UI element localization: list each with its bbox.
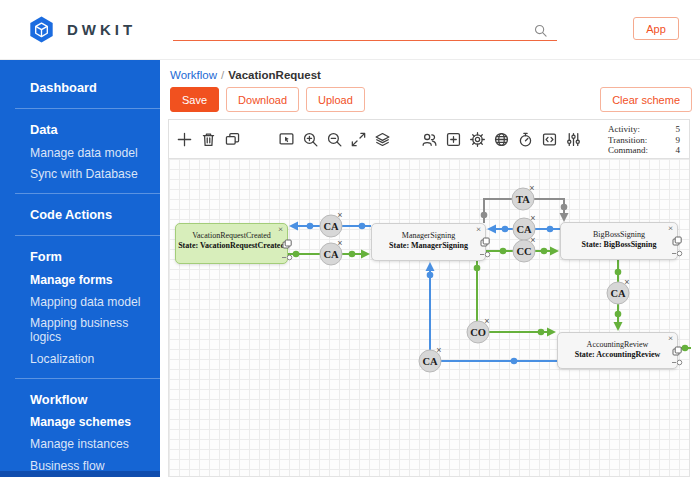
search-bar[interactable] (173, 16, 557, 41)
activity-state: State: VacationRequestCreated (176, 241, 287, 251)
stat-activity-value: 5 (676, 124, 681, 135)
sidebar-item-manage-schemes[interactable]: Manage schemes (0, 412, 160, 434)
sidebar-divider (15, 378, 160, 379)
delete-activity-icon[interactable]: × (278, 224, 283, 234)
transition-node-ca-0[interactable]: CA × (320, 210, 343, 237)
sidebar-item-manage-instances[interactable]: Manage instances (0, 433, 160, 455)
copy-icon[interactable] (220, 124, 244, 154)
search-icon[interactable] (534, 24, 547, 37)
sidebar-item-manage-forms[interactable]: Manage forms (0, 269, 160, 291)
sidebar-section-form[interactable]: Form (0, 244, 160, 269)
fit-screen-icon[interactable] (346, 124, 370, 154)
delete-transition-icon[interactable]: × (529, 183, 534, 193)
sidebar-item-mapping-data-model[interactable]: Mapping data model (0, 291, 160, 313)
stat-transition-label: Transition: (608, 135, 647, 146)
actors-icon[interactable] (417, 124, 441, 154)
activity-bigbosssigning[interactable]: BigBossSigning State: BigBossSigning × (560, 222, 678, 260)
delete-transition-icon[interactable]: × (436, 345, 441, 355)
clone-activity-icon[interactable] (672, 346, 682, 356)
sidebar-item-localization[interactable]: Localization (0, 348, 160, 370)
delete-transition-icon[interactable]: × (530, 235, 535, 245)
delete-transition-icon[interactable]: × (624, 277, 629, 287)
arrowhead (560, 213, 569, 222)
transition-line-ca-7[interactable] (430, 267, 557, 361)
svg-text:CA: CA (323, 221, 339, 232)
layers-icon[interactable] (370, 124, 394, 154)
sidebar-item-sync-with-database[interactable]: Sync with Database (0, 164, 160, 186)
svg-text:CA: CA (516, 224, 532, 235)
add-icon[interactable] (172, 124, 196, 154)
transition-node-co[interactable]: CO × (467, 316, 490, 343)
connection-port-icon[interactable] (480, 251, 491, 258)
delete-activity-icon[interactable]: × (668, 223, 673, 233)
line-dot (307, 223, 314, 230)
activity-title: ManagerSigning (372, 231, 485, 241)
arrowhead (550, 247, 559, 256)
line-dot (547, 226, 554, 233)
sidebar-divider (15, 193, 160, 194)
delete-transition-icon[interactable]: × (484, 316, 489, 326)
delete-activity-icon[interactable]: × (476, 224, 481, 234)
activity-title: BigBossSigning (561, 230, 677, 240)
download-button[interactable]: Download (226, 87, 299, 112)
sidebar-item-manage-data-model[interactable]: Manage data model (0, 142, 160, 164)
select-mode-icon[interactable] (274, 124, 298, 154)
transition-node-ca-1[interactable]: CA × (320, 238, 343, 265)
sidebar: Dashboard Data Manage data model Sync wi… (0, 60, 160, 477)
transition-node-ta[interactable]: TA × (512, 183, 535, 210)
arrowhead (547, 328, 556, 337)
workflow-canvas[interactable]: CA × CA × TA × CA × (168, 159, 690, 477)
activity-managersigning[interactable]: ManagerSigning State: ManagerSigning × (371, 223, 486, 261)
delete-activity-icon[interactable]: × (668, 333, 673, 343)
connection-port-icon[interactable] (672, 250, 683, 257)
delete-transition-icon[interactable]: × (530, 213, 535, 223)
activity-accountingreview[interactable]: AccountingReview State: AccountingReview… (557, 332, 678, 369)
clear-scheme-button[interactable]: Clear scheme (600, 87, 692, 112)
line-dot (541, 248, 548, 255)
sidebar-item-dashboard[interactable]: Dashboard (0, 75, 160, 100)
svg-text:CA: CA (610, 288, 626, 299)
parameters-sliders-icon[interactable] (561, 124, 585, 154)
clone-activity-icon[interactable] (672, 236, 682, 246)
stat-command-label: Command: (608, 145, 648, 156)
clone-activity-icon[interactable] (282, 239, 292, 249)
zoom-out-icon[interactable] (322, 124, 346, 154)
upload-button[interactable]: Upload (306, 87, 365, 112)
sidebar-bottom-strip (0, 471, 160, 477)
connection-port-icon[interactable] (282, 254, 293, 261)
arrowhead (426, 262, 435, 271)
breadcrumb: Workflow/VacationRequest (170, 69, 321, 81)
line-dot (615, 269, 622, 276)
activity-state: State: AccountingReview (558, 350, 677, 360)
svg-text:CA: CA (323, 249, 339, 260)
app-button[interactable]: App (633, 17, 679, 40)
delete-transition-icon[interactable]: × (337, 238, 342, 248)
delete-transition-icon[interactable]: × (337, 210, 342, 220)
sidebar-item-mapping-business-logics[interactable]: Mapping business logics (0, 312, 160, 348)
breadcrumb-current: VacationRequest (228, 69, 321, 81)
stat-activity-label: Activity: (608, 124, 640, 135)
search-input[interactable] (173, 16, 533, 40)
breadcrumb-workflow-link[interactable]: Workflow (170, 69, 217, 81)
zoom-in-icon[interactable] (298, 124, 322, 154)
delete-icon[interactable] (196, 124, 220, 154)
clone-activity-icon[interactable] (480, 237, 490, 247)
settings-gear-icon[interactable] (465, 124, 489, 154)
arrowhead (614, 322, 623, 331)
sidebar-divider (15, 108, 160, 109)
globe-icon[interactable] (489, 124, 513, 154)
create-activity-icon[interactable] (441, 124, 465, 154)
logo-cube-icon (27, 15, 56, 44)
main-content: Workflow/VacationRequest Save Download U… (160, 60, 700, 477)
sidebar-section-workflow[interactable]: Workflow (0, 387, 160, 412)
activity-vacationrequestcreated[interactable]: VacationRequestCreated State: VacationRe… (175, 223, 288, 264)
save-button[interactable]: Save (170, 87, 219, 112)
sidebar-section-code-actions[interactable]: Code Actions (0, 202, 160, 227)
connection-port-icon[interactable] (672, 359, 683, 366)
logo[interactable]: DWKIT (27, 15, 136, 44)
svg-text:CA: CA (422, 356, 438, 367)
code-actions-icon[interactable] (537, 124, 561, 154)
sidebar-section-data[interactable]: Data (0, 117, 160, 142)
arrowhead (289, 222, 298, 231)
timer-icon[interactable] (513, 124, 537, 154)
